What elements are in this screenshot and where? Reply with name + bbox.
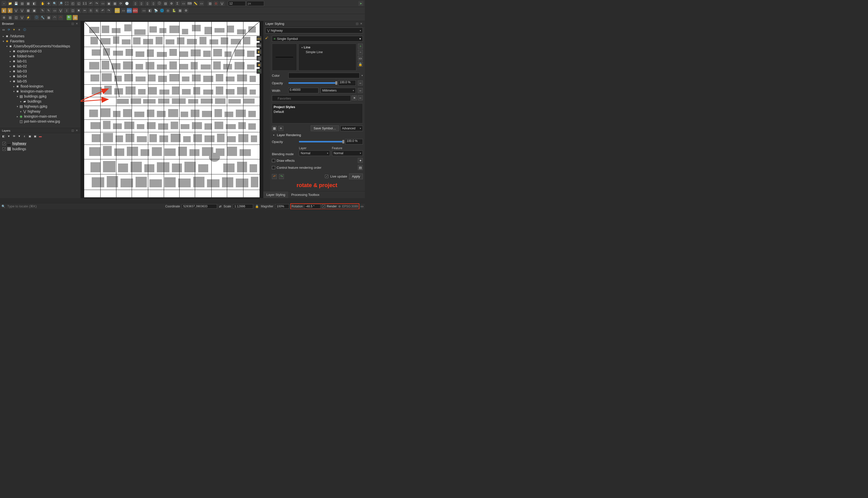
tree-item[interactable]: lab-01 xyxy=(17,59,27,63)
measure-icon[interactable]: 📏 xyxy=(193,1,198,6)
expand-icon[interactable]: ▣ xyxy=(28,134,32,138)
font-size-input[interactable] xyxy=(228,1,246,6)
gps-tool-icon[interactable]: ◎ xyxy=(165,8,171,13)
redo-icon[interactable]: ↷ xyxy=(106,8,111,13)
save-symbol-button[interactable]: Save Symbol… xyxy=(311,126,339,131)
symbol-child[interactable]: Simple Line xyxy=(306,50,323,54)
collapse-all-icon[interactable]: ≡ xyxy=(17,28,21,31)
vertex-icon[interactable]: ⋁ xyxy=(219,1,225,6)
filter-map-icon[interactable]: ▼ xyxy=(17,134,21,138)
pointer-arrow-icon[interactable]: ➤ xyxy=(358,1,363,6)
remove-layer-icon[interactable]: ▬ xyxy=(38,134,42,138)
unk-icon[interactable]: ▧ xyxy=(207,1,213,6)
tree-item[interactable]: lab-03 xyxy=(17,69,27,73)
tab-layer-styling[interactable]: Layer Styling xyxy=(263,191,288,198)
keyboard-icon[interactable]: ⌨ xyxy=(187,1,192,6)
list-view-button[interactable]: ≡ xyxy=(279,126,283,131)
cube-icon[interactable]: ◧ xyxy=(257,49,262,54)
feature-blend-select[interactable]: Normal▾ xyxy=(332,150,363,156)
abc-label-icon[interactable]: abc xyxy=(257,36,262,41)
checkbox-icon[interactable]: ✓ xyxy=(2,142,6,145)
select-poly-icon[interactable]: ▯ xyxy=(151,1,156,6)
zoom-full-icon[interactable]: ⛶ xyxy=(64,1,69,6)
layout-manager-icon[interactable]: ▦ xyxy=(26,1,30,6)
zoom-in-icon[interactable]: 🔍 xyxy=(52,1,57,6)
new-layout-icon[interactable]: ▤ xyxy=(19,1,25,6)
lr-opacity-slider[interactable] xyxy=(299,141,343,142)
px-unit[interactable]: px xyxy=(247,1,264,6)
tree-item[interactable]: flood-lexington xyxy=(21,84,43,88)
panel-controls[interactable]: ◫ ✕ xyxy=(71,129,79,132)
filter-browser-icon[interactable]: ▼ xyxy=(12,28,16,31)
browser-tree[interactable]: ▸■/Volumes ▾★Favorites ▾■/Users/boyd/Doc… xyxy=(0,32,80,128)
copy-icon[interactable]: ⎘ xyxy=(88,8,93,13)
field-calc-icon[interactable]: ⚙ xyxy=(169,1,174,6)
data-define-icon[interactable]: ⎓ xyxy=(358,88,363,93)
width-unit-select[interactable]: Millimeters▾ xyxy=(321,88,356,93)
crs-icon[interactable]: ⊕ xyxy=(338,205,341,208)
symbology-tab-icon[interactable]: 🖌 xyxy=(264,35,269,40)
tree-favorites[interactable]: Favorites xyxy=(10,39,25,43)
symbol-mode-select[interactable]: ≡ Single Symbol ▾ xyxy=(272,36,363,42)
profile-icon[interactable]: ◠ xyxy=(58,15,63,20)
label-yellow-icon[interactable]: abc xyxy=(115,8,120,13)
mask-icon[interactable]: ▣ xyxy=(257,62,262,67)
tree-item[interactable]: folded-twin xyxy=(17,54,34,58)
cad-tool-icon[interactable]: ◫ xyxy=(14,15,18,20)
osm-icon[interactable]: ▦ xyxy=(73,15,78,20)
label-red-icon[interactable]: abc xyxy=(133,8,138,13)
vertex-tool-icon[interactable]: ⋁ xyxy=(58,8,63,13)
open-project-icon[interactable]: 📁 xyxy=(8,1,13,6)
datasource-manager-icon[interactable]: ◧ xyxy=(1,8,6,13)
python-icon[interactable]: 🐍 xyxy=(172,8,176,13)
layers-list[interactable]: ✓ highway ✓ buidlings xyxy=(0,139,80,153)
width-value[interactable]: 0.46000 xyxy=(288,88,318,93)
cut-icon[interactable]: ✂ xyxy=(82,8,87,13)
info-icon[interactable]: ⓘ xyxy=(34,15,39,20)
zoom-last-icon[interactable]: ↶ xyxy=(88,1,93,6)
refresh-browser-icon[interactable]: ⟳ xyxy=(7,28,11,31)
dem-icon[interactable]: ▦ xyxy=(46,15,51,20)
icon-view-button[interactable]: ▦ xyxy=(272,126,277,131)
locate-input[interactable] xyxy=(7,204,82,209)
messages-icon[interactable]: ▭ xyxy=(361,205,363,208)
contours-icon[interactable]: ◠ xyxy=(52,15,57,20)
data-define-icon[interactable]: ⎓ xyxy=(358,80,363,86)
add-feature-icon[interactable]: ▭ xyxy=(52,8,57,13)
cad-icon[interactable]: ⟟ xyxy=(64,8,69,13)
zoom-out-icon[interactable]: 🔎 xyxy=(58,1,63,6)
remove-symbol-layer-button[interactable]: － xyxy=(358,50,363,55)
temporal-icon[interactable]: 🕒 xyxy=(124,1,129,6)
lock-scale-icon[interactable]: 🔒 xyxy=(255,205,259,208)
duplicate-symbol-layer-button[interactable]: ▭ xyxy=(358,56,363,61)
cad-enable-icon[interactable]: ⊕ xyxy=(1,15,6,20)
zoom-layer-icon[interactable]: ◱ xyxy=(76,1,81,6)
label-box-icon[interactable]: ▭ xyxy=(121,8,126,13)
paste-icon[interactable]: ⎗ xyxy=(94,8,99,13)
delete-icon[interactable]: ✖ xyxy=(76,8,81,13)
epsg-button[interactable]: EPSG:3089 xyxy=(342,205,358,208)
settings-icon[interactable]: 🔧 xyxy=(40,15,45,20)
opacity-slider[interactable] xyxy=(288,82,336,84)
label-blue-icon[interactable]: abc xyxy=(127,8,132,13)
collapse-icon[interactable]: ▣ xyxy=(33,134,37,138)
diagram-icon[interactable]: ◫ xyxy=(257,56,262,61)
apply-button[interactable]: Apply xyxy=(349,173,363,179)
layer-row-highway[interactable]: ✓ highway xyxy=(1,141,79,146)
magnifier-value[interactable]: 100% xyxy=(275,204,289,209)
tree-item[interactable]: lab-05 xyxy=(17,79,27,83)
color-picker[interactable] xyxy=(288,73,360,78)
tree-item[interactable]: pot-twin-street-view.jpg xyxy=(24,119,60,123)
save-icon[interactable]: 💾 xyxy=(14,1,18,6)
opacity-value[interactable]: 100.0 % xyxy=(338,80,356,86)
refresh-style-icon[interactable]: ↻ xyxy=(257,69,262,74)
symbol-tree[interactable]: ▾Line Simple Line xyxy=(298,44,356,71)
tree-highway-layer[interactable]: highway xyxy=(28,109,40,113)
avoid-int-icon[interactable]: ⚡ xyxy=(26,15,30,20)
tree-highways-gpkg[interactable]: highways.gpkg xyxy=(24,104,48,108)
eye-icon[interactable]: 👁 xyxy=(12,134,16,138)
new-virtual-icon[interactable]: ▦ xyxy=(26,8,30,13)
order-settings-icon[interactable]: ▤ xyxy=(358,165,363,170)
new-gpkg-icon[interactable]: ◧ xyxy=(8,8,13,13)
add-symbol-layer-button[interactable]: ＋ xyxy=(358,44,363,49)
